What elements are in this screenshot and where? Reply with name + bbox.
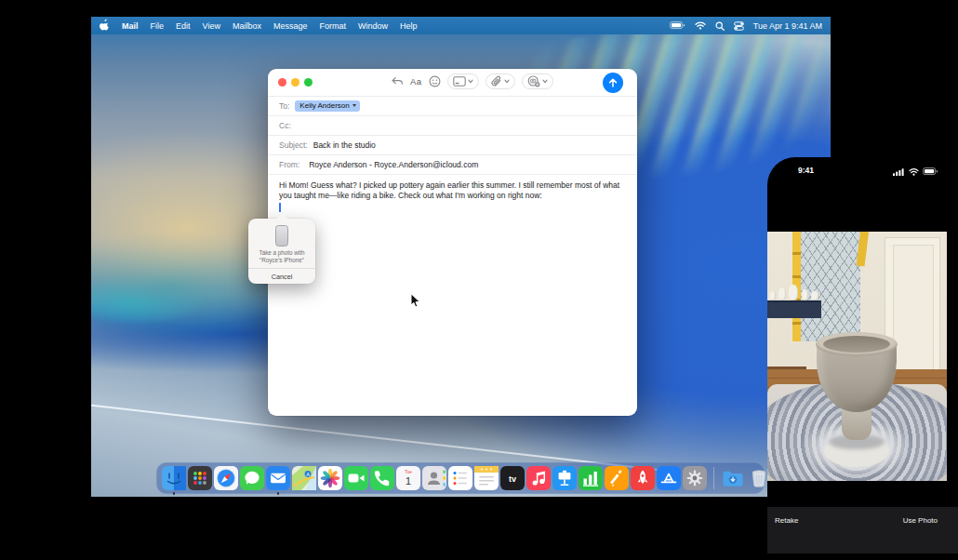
mac-desktop: MailFileEditViewMailboxMessageFormatWind… bbox=[91, 17, 831, 497]
menu-item-mail[interactable]: Mail bbox=[122, 21, 139, 31]
menu-item-format[interactable]: Format bbox=[319, 21, 346, 31]
menu-item-view[interactable]: View bbox=[203, 21, 220, 31]
dock-maps[interactable]: A bbox=[292, 466, 316, 490]
window-titlebar[interactable]: Aa bbox=[268, 69, 637, 96]
dock-safari[interactable] bbox=[214, 466, 238, 490]
dock-finder[interactable] bbox=[162, 466, 186, 490]
message-body[interactable]: Hi Mom! Guess what? I picked up pottery … bbox=[268, 174, 637, 412]
dock-facetime[interactable] bbox=[344, 466, 368, 490]
dock: ATue1tv bbox=[156, 462, 765, 494]
menu-item-file[interactable]: File bbox=[151, 21, 165, 31]
svg-text:A: A bbox=[306, 472, 310, 477]
continuity-camera-popup: Take a photo with “Royce’s iPhone” Cance… bbox=[248, 219, 315, 284]
svg-text:1: 1 bbox=[406, 475, 411, 487]
send-arrow-icon bbox=[607, 77, 619, 88]
token-chevron-icon bbox=[353, 104, 356, 107]
menu-item-window[interactable]: Window bbox=[358, 21, 388, 31]
menu-item-help[interactable]: Help bbox=[400, 21, 418, 31]
menu-item-edit[interactable]: Edit bbox=[176, 21, 191, 31]
insert-from-iphone-icon bbox=[527, 75, 540, 87]
pot-foot bbox=[842, 408, 872, 440]
subject-value: Back in the studio bbox=[313, 140, 376, 150]
emoji-icon[interactable] bbox=[429, 75, 441, 87]
compose-toolbar: Aa bbox=[391, 73, 553, 89]
dock-numbers[interactable] bbox=[579, 466, 603, 490]
retake-button[interactable]: Retake bbox=[775, 516, 798, 525]
cellular-signal-icon bbox=[893, 168, 905, 176]
dock-keynote[interactable] bbox=[552, 466, 577, 490]
dock-contacts[interactable] bbox=[422, 466, 446, 490]
mail-compose-window: Aa bbox=[268, 69, 637, 416]
dock-divider bbox=[713, 467, 714, 489]
undo-icon[interactable] bbox=[391, 76, 404, 87]
dock-calendar[interactable]: Tue1 bbox=[396, 466, 420, 490]
mantel-shelf bbox=[767, 300, 821, 318]
running-indicator-dot bbox=[173, 492, 176, 495]
photo-browser-icon bbox=[453, 76, 466, 87]
from-value: Royce Anderson - Royce.Anderson@icloud.c… bbox=[309, 160, 478, 169]
to-field[interactable]: To: Kelly Anderson bbox=[268, 96, 637, 115]
recipient-token[interactable]: Kelly Anderson bbox=[295, 100, 359, 112]
popup-message-line1: Take a photo with bbox=[248, 249, 315, 256]
dock-tv[interactable]: tv bbox=[500, 466, 525, 490]
dock-pages[interactable] bbox=[605, 466, 629, 490]
send-button[interactable] bbox=[603, 73, 623, 93]
dock-rocket[interactable] bbox=[631, 466, 655, 490]
cc-field[interactable]: Cc: bbox=[268, 115, 637, 135]
dock-mail[interactable] bbox=[266, 466, 290, 490]
battery-icon[interactable] bbox=[670, 21, 685, 30]
menu-bar-left: MailFileEditViewMailboxMessageFormatWind… bbox=[91, 19, 418, 33]
text-caret bbox=[279, 203, 281, 212]
wifi-icon[interactable] bbox=[695, 21, 706, 30]
apple-menu-icon[interactable] bbox=[100, 19, 110, 33]
cancel-button[interactable]: Cancel bbox=[248, 269, 315, 284]
chevron-down-icon bbox=[542, 79, 548, 84]
camera-review-toolbar: Retake Use Photo bbox=[767, 507, 958, 553]
iphone-clock: 9:41 bbox=[798, 166, 814, 175]
iphone-icon bbox=[275, 225, 288, 247]
popup-message-line2: “Royce’s iPhone” bbox=[248, 257, 315, 263]
iphone-status-bar: 9:41 bbox=[767, 157, 958, 185]
subject-label: Subject: bbox=[279, 140, 308, 150]
subject-field[interactable]: Subject: Back in the studio bbox=[268, 135, 637, 154]
attach-icon bbox=[491, 75, 502, 87]
close-window-button[interactable] bbox=[278, 78, 286, 87]
dock-reminders[interactable] bbox=[448, 466, 472, 490]
menu-item-mailbox[interactable]: Mailbox bbox=[233, 21, 261, 31]
message-body-text: Hi Mom! Guess what? I picked up pottery … bbox=[279, 180, 627, 201]
dock-phone[interactable] bbox=[370, 466, 394, 490]
captured-photo bbox=[767, 232, 947, 481]
chevron-down-icon bbox=[468, 79, 473, 84]
dock-music[interactable] bbox=[526, 466, 551, 490]
zoom-window-button[interactable] bbox=[304, 78, 313, 87]
menu-item-message[interactable]: Message bbox=[273, 21, 308, 31]
to-label: To: bbox=[279, 101, 289, 111]
menu-bar-clock[interactable]: Tue Apr 1 9:41 AM bbox=[753, 21, 822, 31]
search-icon[interactable] bbox=[715, 21, 725, 31]
format-icon[interactable]: Aa bbox=[410, 76, 422, 87]
dock-appstore[interactable] bbox=[657, 466, 681, 490]
recipient-name: Kelly Anderson bbox=[299, 101, 349, 110]
iphone-screen: 9:41 bbox=[767, 157, 958, 560]
use-photo-button[interactable]: Use Photo bbox=[903, 516, 938, 525]
running-indicator-dot bbox=[277, 492, 280, 495]
dock-settings[interactable] bbox=[683, 466, 707, 490]
menu-bar-status: Tue Apr 1 9:41 AM bbox=[670, 21, 831, 31]
from-label: From: bbox=[279, 160, 299, 169]
insert-from-iphone-button[interactable] bbox=[522, 73, 553, 89]
dock-messages[interactable] bbox=[240, 466, 264, 490]
dock-notes[interactable] bbox=[474, 466, 499, 490]
minimize-window-button[interactable] bbox=[291, 78, 299, 87]
dock-downloads[interactable] bbox=[721, 466, 745, 490]
dock-launchpad[interactable] bbox=[188, 466, 212, 490]
photo-browser-button[interactable] bbox=[447, 73, 479, 89]
attach-file-button[interactable] bbox=[486, 73, 515, 89]
popup-callout-arrow bbox=[276, 214, 287, 219]
chevron-down-icon bbox=[504, 79, 510, 84]
control-center-icon[interactable] bbox=[734, 21, 744, 31]
dock-photos[interactable] bbox=[318, 466, 342, 490]
from-field[interactable]: From: Royce Anderson - Royce.Anderson@ic… bbox=[268, 154, 637, 174]
screen: MailFileEditViewMailboxMessageFormatWind… bbox=[0, 0, 958, 560]
mouse-cursor bbox=[410, 293, 421, 313]
menu-bar: MailFileEditViewMailboxMessageFormatWind… bbox=[91, 17, 831, 34]
